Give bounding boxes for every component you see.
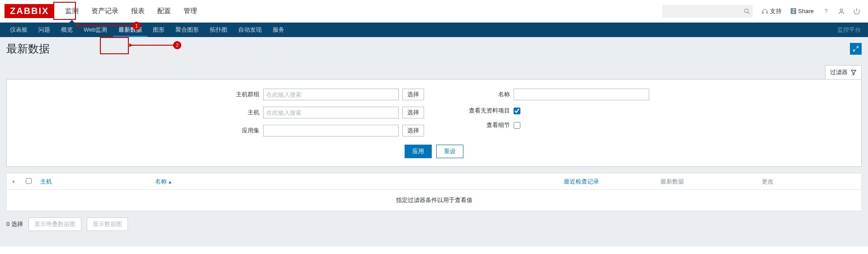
filter-tab[interactable]: 过滤器	[825, 65, 862, 79]
sub-nav-dashboard[interactable]: 仪表板	[5, 23, 33, 37]
main-nav-configuration[interactable]: 配置	[151, 0, 177, 22]
hostgroup-label: 主机群组	[219, 90, 259, 99]
graph-button[interactable]: 显示数据图	[87, 217, 128, 231]
page-title-row: 最新数据	[0, 37, 868, 65]
sub-nav-screens[interactable]: 聚合图形	[170, 23, 204, 37]
user-button[interactable]	[835, 5, 848, 18]
filter-row-detail: 查看细节	[460, 121, 649, 129]
sub-nav-maps[interactable]: 拓扑图	[204, 23, 233, 37]
filter-actions: 应用 重设	[7, 145, 861, 158]
sub-nav-problems[interactable]: 问题	[33, 23, 56, 37]
svg-line-5	[856, 47, 858, 48]
search-icon[interactable]	[744, 8, 750, 14]
sub-nav: 仪表板 问题 概览 Web监测 最新数据 图形 聚合图形 拓扑图 自动发现 服务…	[0, 23, 868, 37]
main-nav: 监测 资产记录 报表 配置 管理	[59, 0, 203, 22]
top-right: 支持 Z Share ?	[662, 5, 863, 18]
apply-button[interactable]: 应用	[405, 145, 432, 158]
svg-marker-10	[13, 180, 14, 183]
fullscreen-button[interactable]	[850, 43, 862, 55]
app-input[interactable]	[263, 125, 399, 136]
logout-button[interactable]	[850, 5, 863, 18]
footer-actions: 0 选择 显示堆叠数据图 显示数据图	[0, 211, 868, 237]
selected-count-label: 0 选择	[6, 220, 23, 228]
power-icon	[853, 8, 860, 15]
svg-marker-9	[851, 70, 856, 75]
col-header-lastdata: 最新数据	[660, 178, 755, 186]
filter-panel: 主机群组 选择 主机 选择 应用集 选择 名称	[6, 79, 862, 167]
sub-nav-right-label[interactable]: 监控平台	[835, 26, 863, 34]
app-select-button[interactable]: 选择	[402, 125, 424, 136]
sub-nav-overview[interactable]: 概览	[56, 23, 78, 37]
app-label: 应用集	[219, 127, 259, 135]
fullscreen-icon	[853, 46, 859, 52]
expand-all-toggle[interactable]	[11, 179, 19, 184]
svg-point-0	[745, 9, 748, 12]
sub-nav-web[interactable]: Web监测	[78, 23, 113, 37]
page-title: 最新数据	[6, 42, 50, 56]
data-table: 主机 名称▲ 最近检查记录 最新数据 更改 指定过滤器条件以用于查看值	[6, 173, 862, 211]
col-header-change: 更改	[762, 178, 857, 186]
noinfo-label: 查看无资料项目	[460, 107, 510, 115]
filter-tab-row: 过滤器	[0, 65, 868, 79]
main-nav-administration[interactable]: 管理	[177, 0, 203, 22]
filter-row-name: 名称	[460, 89, 649, 100]
svg-point-4	[840, 9, 842, 11]
select-all-checkbox[interactable]	[26, 178, 32, 184]
col-header-name[interactable]: 名称▲	[155, 178, 557, 186]
name-label: 名称	[460, 90, 510, 99]
support-label: 支持	[770, 7, 782, 15]
svg-rect-2	[762, 12, 763, 14]
global-search-input[interactable]	[662, 5, 753, 18]
detail-label: 查看细节	[460, 121, 510, 129]
filter-icon	[850, 69, 857, 75]
hostgroup-input[interactable]	[263, 89, 399, 100]
global-search-wrap	[662, 5, 753, 18]
chevron-right-icon	[11, 179, 16, 184]
svg-line-6	[854, 49, 855, 51]
svg-line-1	[748, 12, 750, 14]
filter-grid: 主机群组 选择 主机 选择 应用集 选择 名称	[7, 89, 861, 136]
share-label: Share	[798, 8, 814, 14]
table-empty-message: 指定过滤器条件以用于查看值	[7, 190, 861, 211]
main-nav-reports[interactable]: 报表	[125, 0, 151, 22]
filter-col-right: 名称 查看无资料项目 查看细节	[460, 89, 649, 136]
top-header: ZABBIX 监测 资产记录 报表 配置 管理 支持 Z Share ?	[0, 0, 868, 23]
headset-icon	[762, 8, 768, 14]
page-area: 最新数据 1 2 过滤器 主机群组 选择	[0, 37, 868, 246]
filter-row-noinfo: 查看无资料项目	[460, 107, 649, 115]
detail-checkbox[interactable]	[514, 122, 520, 129]
svg-rect-3	[767, 12, 768, 14]
col-header-name-label: 名称	[155, 178, 167, 185]
help-icon: ?	[824, 8, 827, 14]
sub-nav-discovery[interactable]: 自动发现	[233, 23, 267, 37]
share-badge-icon: Z	[791, 8, 796, 14]
col-header-lastcheck[interactable]: 最近检查记录	[564, 178, 654, 186]
main-nav-inventory[interactable]: 资产记录	[85, 0, 125, 22]
main-nav-monitoring[interactable]: 监测	[59, 0, 85, 22]
filter-row-host: 主机 选择	[219, 107, 424, 118]
filter-tab-label: 过滤器	[830, 68, 848, 76]
host-select-button[interactable]: 选择	[402, 107, 424, 118]
filter-row-hostgroup: 主机群组 选择	[219, 89, 424, 100]
brand-logo[interactable]: ZABBIX	[5, 4, 54, 18]
sub-nav-services[interactable]: 服务	[267, 23, 290, 37]
stacked-graph-button[interactable]: 显示堆叠数据图	[28, 217, 81, 231]
host-label: 主机	[219, 108, 259, 117]
hostgroup-select-button[interactable]: 选择	[402, 89, 424, 100]
filter-row-app: 应用集 选择	[219, 125, 424, 136]
select-all-wrap	[26, 178, 34, 185]
name-input[interactable]	[514, 89, 649, 100]
host-input[interactable]	[263, 107, 399, 118]
support-link[interactable]: 支持	[758, 7, 785, 15]
col-header-host[interactable]: 主机	[40, 178, 149, 186]
help-button[interactable]: ?	[819, 5, 833, 18]
user-icon	[838, 8, 845, 15]
sub-nav-latestdata[interactable]: 最新数据	[113, 23, 147, 37]
share-link[interactable]: Z Share	[787, 8, 817, 14]
sort-asc-icon: ▲	[168, 179, 172, 184]
sub-nav-graphs[interactable]: 图形	[147, 23, 170, 37]
filter-col-left: 主机群组 选择 主机 选择 应用集 选择	[219, 89, 424, 136]
table-header-row: 主机 名称▲ 最近检查记录 最新数据 更改	[7, 174, 861, 190]
reset-button[interactable]: 重设	[436, 145, 463, 158]
noinfo-checkbox[interactable]	[514, 108, 520, 114]
